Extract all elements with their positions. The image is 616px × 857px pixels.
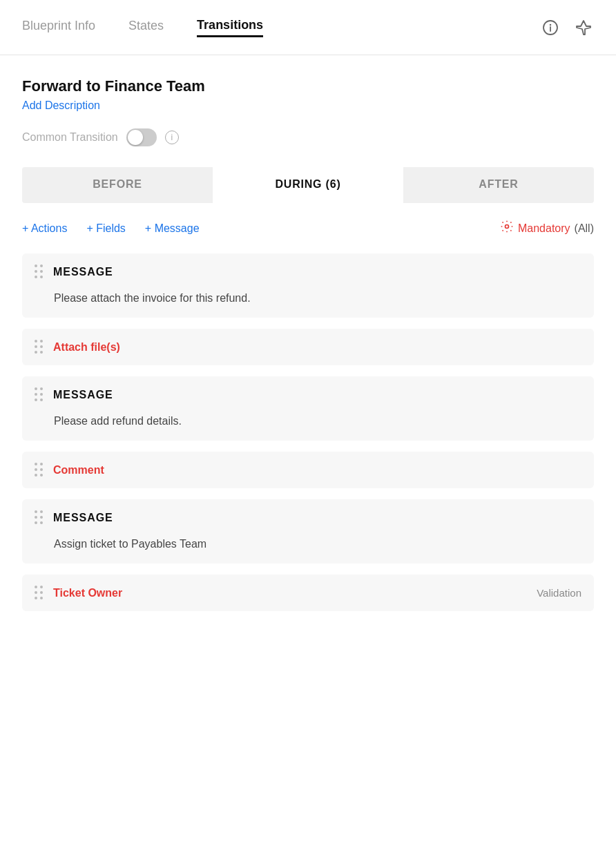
drag-handle[interactable]: [35, 340, 44, 354]
card-message-assign: MESSAGE Assign ticket to Payables Team: [22, 499, 594, 564]
tab-states[interactable]: States: [128, 19, 164, 36]
card-title[interactable]: Comment: [53, 464, 104, 476]
drag-handle[interactable]: [35, 463, 44, 477]
card-body: Please attach the invoice for this refun…: [22, 290, 594, 318]
add-description-link[interactable]: Add Description: [22, 99, 594, 112]
pin-icon[interactable]: [573, 17, 594, 38]
add-fields-link[interactable]: + Fields: [86, 222, 125, 235]
card-body: Assign ticket to Payables Team: [22, 536, 594, 564]
card-title: MESSAGE: [53, 389, 113, 401]
card-message-refund: MESSAGE Please add refund details.: [22, 376, 594, 441]
mandatory-group: Mandatory (All): [500, 220, 594, 237]
common-transition-info-icon[interactable]: i: [165, 131, 179, 144]
tab-blueprint-info[interactable]: Blueprint Info: [22, 19, 95, 36]
card-title: MESSAGE: [53, 266, 113, 278]
card-header: Comment: [22, 452, 594, 488]
drag-handle[interactable]: [35, 510, 44, 525]
tab-before[interactable]: BEFORE: [22, 167, 213, 203]
mandatory-all: (All): [575, 222, 594, 235]
card-validation: Validation: [537, 587, 581, 599]
card-ticket-owner: Ticket Owner Validation: [22, 575, 594, 611]
phase-tabs: BEFORE DURING (6) AFTER: [22, 167, 594, 203]
card-message-invoice: MESSAGE Please attach the invoice for th…: [22, 253, 594, 318]
drag-handle[interactable]: [35, 586, 44, 600]
top-navigation: Blueprint Info States Transitions: [0, 0, 616, 55]
transition-title: Forward to Finance Team: [22, 77, 594, 95]
mandatory-gear-icon[interactable]: [500, 220, 514, 237]
main-content: Forward to Finance Team Add Description …: [0, 55, 616, 611]
mandatory-label: Mandatory: [518, 222, 570, 235]
tab-transitions[interactable]: Transitions: [197, 18, 263, 37]
card-title[interactable]: Ticket Owner: [53, 587, 122, 599]
card-header: MESSAGE: [22, 376, 594, 413]
tab-during[interactable]: DURING (6): [213, 167, 403, 203]
card-body: Please add refund details.: [22, 413, 594, 441]
info-icon[interactable]: [540, 17, 561, 38]
card-comment: Comment: [22, 452, 594, 488]
card-header: Attach file(s): [22, 329, 594, 365]
common-transition-label: Common Transition: [22, 131, 118, 144]
nav-icons: [540, 17, 594, 38]
card-title[interactable]: Attach file(s): [53, 341, 120, 354]
action-links-row: + Actions + Fields + Message Mandatory (…: [22, 220, 594, 237]
cards-list: MESSAGE Please attach the invoice for th…: [22, 253, 594, 611]
common-transition-row: Common Transition i: [22, 128, 594, 146]
tab-after[interactable]: AFTER: [403, 167, 594, 203]
add-message-link[interactable]: + Message: [145, 222, 200, 235]
add-actions-link[interactable]: + Actions: [22, 222, 67, 235]
card-header: MESSAGE: [22, 499, 594, 536]
card-header: Ticket Owner Validation: [22, 575, 594, 611]
drag-handle[interactable]: [35, 387, 44, 402]
drag-handle[interactable]: [35, 264, 44, 279]
svg-point-3: [505, 225, 508, 229]
card-header: MESSAGE: [22, 253, 594, 290]
card-attach-files: Attach file(s): [22, 329, 594, 365]
common-transition-toggle[interactable]: [126, 128, 157, 146]
card-title: MESSAGE: [53, 512, 113, 524]
